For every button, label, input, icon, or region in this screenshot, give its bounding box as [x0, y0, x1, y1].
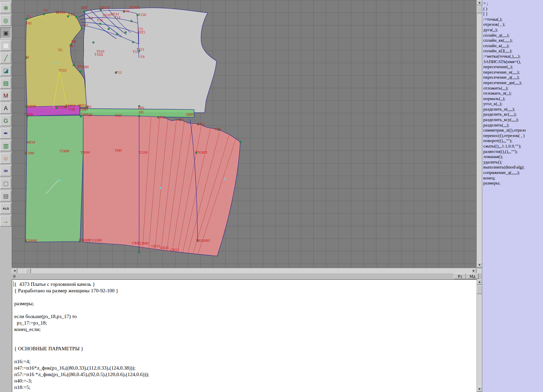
- calc-button[interactable]: ▤: [0, 78, 11, 89]
- layers-button[interactable]: ▤: [0, 191, 11, 201]
- highlight-dot: [55, 62, 57, 64]
- point-marker[interactable]: [138, 252, 140, 253]
- grid-button[interactable]: ▦: [0, 40, 11, 51]
- canvas-vscroll-thumb[interactable]: [477, 6, 482, 13]
- command-item[interactable]: :=метка(точка(,),,,,);: [483, 54, 543, 59]
- threed-icon: 3D: [4, 170, 8, 173]
- alg-button[interactable]: ALG: [0, 203, 11, 214]
- point-marker[interactable]: [240, 141, 241, 143]
- command-item[interactable]: поворот((),,,"");: [483, 138, 543, 143]
- point-marker[interactable]: [83, 11, 85, 13]
- command-item[interactable]: пересечение(,,);: [483, 64, 543, 70]
- drawing-canvas[interactable]: Т1Т01Т3Т1044Т41Ц6ГЦ611ГТ16Т150ДТ150Т4Т13…: [12, 0, 476, 268]
- command-item[interactable]: [ ]: [483, 11, 543, 17]
- command-item[interactable]: пересечение_дн(,,,,);: [483, 80, 543, 85]
- command-item[interactable]: сплайн_к(,,,,);: [483, 43, 543, 48]
- scroll-left-button[interactable]: ◄: [12, 268, 17, 274]
- command-item[interactable]: разделить_кс(,,,,);: [483, 112, 543, 117]
- command-item[interactable]: симметрия_л((),отрезо: [483, 128, 543, 133]
- zoom-window-button[interactable]: ◎: [0, 15, 11, 26]
- command-item[interactable]: отрезок( , );: [483, 22, 543, 27]
- zoom-in-button[interactable]: ⊕: [0, 2, 11, 13]
- command-item[interactable]: развести((),(),,,"");: [483, 149, 543, 154]
- point-marker[interactable]: [116, 33, 118, 35]
- point-marker[interactable]: [138, 115, 140, 117]
- piece-skirt-front[interactable]: [25, 115, 85, 242]
- scroll-down-button[interactable]: ▼: [477, 262, 482, 268]
- editor-line: конец_если;: [14, 326, 476, 333]
- canvas-hscroll-thumb[interactable]: [25, 268, 31, 274]
- point-label: СК3: [177, 117, 184, 121]
- point-marker[interactable]: [131, 20, 132, 22]
- command-item[interactable]: сплайн_к[](,,,,);: [483, 48, 543, 54]
- command-item[interactable]: ЗАПИСАТЬ(имя=(),: [483, 59, 543, 64]
- point-marker[interactable]: [43, 14, 45, 15]
- command-item[interactable]: ломаная();: [483, 154, 543, 159]
- zoom-page-button[interactable]: ▣: [0, 27, 11, 38]
- photo-button[interactable]: ☺: [0, 153, 11, 164]
- command-item[interactable]: = ;: [483, 1, 543, 6]
- command-item[interactable]: конец;: [483, 175, 543, 181]
- command-item[interactable]: дуга(,,);: [483, 27, 543, 33]
- point-marker[interactable]: [99, 23, 101, 25]
- algorithm-code-editor[interactable]: { 4373 Платье с горловиной качель }{ Раз…: [12, 279, 476, 392]
- auto-layout-button[interactable]: A: [0, 103, 11, 114]
- command-item[interactable]: перенос((),отрезок( , ): [483, 133, 543, 138]
- scroll-up-button[interactable]: ▲: [477, 0, 482, 5]
- piece-skirt-flared[interactable]: [83, 115, 240, 256]
- point-marker[interactable]: [132, 41, 134, 43]
- command-item[interactable]: сопряжение_д(,,,,,);: [483, 170, 543, 175]
- point-marker[interactable]: [73, 64, 75, 66]
- piece-bodice-back[interactable]: [83, 8, 217, 113]
- table-button[interactable]: ▥: [0, 140, 11, 151]
- pen-button[interactable]: ✒: [0, 128, 11, 139]
- command-item[interactable]: нормаль(,,);: [483, 96, 543, 101]
- command-item[interactable]: сжать((),,,1.1,0.9,"");: [483, 143, 543, 149]
- editor-vscroll-thumb[interactable]: [477, 285, 482, 294]
- threed-button[interactable]: 3D: [0, 165, 11, 176]
- scroll-up-button[interactable]: ▲: [477, 279, 482, 285]
- pattern-drawing: Т1Т01Т3Т1044Т41Ц6ГЦ611ГТ16Т150ДТ150Т4Т13…: [12, 0, 476, 268]
- command-item[interactable]: разделить_ксу(,,,,);: [483, 117, 543, 122]
- editor-vertical-scrollbar[interactable]: ▲ ▼: [476, 279, 482, 392]
- command-item[interactable]: удалить();: [483, 159, 543, 165]
- rz-button[interactable]: Рз: [454, 273, 466, 279]
- point-marker[interactable]: [125, 32, 127, 33]
- measure-button[interactable]: ╱: [0, 53, 11, 63]
- point-label: Т14: [114, 15, 120, 19]
- page-button[interactable]: ▢: [0, 178, 11, 189]
- canvas-vertical-scrollbar[interactable]: ▲ ▼: [476, 0, 482, 268]
- command-item[interactable]: ( ): [483, 6, 543, 12]
- command-item[interactable]: размеры;: [483, 180, 543, 186]
- point-marker[interactable]: [76, 16, 77, 18]
- command-item[interactable]: отложить(,,,);: [483, 85, 543, 91]
- md-button[interactable]: Мд: [466, 273, 479, 279]
- command-item[interactable]: разделить_н(,,,,);: [483, 106, 543, 112]
- command-item[interactable]: разделить(,,,);: [483, 122, 543, 128]
- grading-button[interactable]: G: [0, 115, 11, 126]
- model-button[interactable]: M: [0, 90, 11, 101]
- scroll-right-button[interactable]: ►: [471, 268, 476, 274]
- piece-bodice-front[interactable]: [26, 12, 87, 109]
- point-marker[interactable]: [80, 71, 81, 73]
- point-marker[interactable]: [93, 42, 94, 43]
- point-label: Т555Н: [56, 105, 67, 109]
- point-marker[interactable]: [108, 28, 110, 30]
- editor-line: [14, 339, 476, 346]
- command-item[interactable]: пересечение_н(,,,,);: [483, 70, 543, 75]
- command-item[interactable]: отложить_в(,,);: [483, 91, 543, 96]
- point-label: СК2: [158, 115, 165, 119]
- command-item[interactable]: пересечение_д(,,,,);: [483, 75, 543, 80]
- command-item[interactable]: сплайн_д(,,,,);: [483, 33, 543, 38]
- command-item[interactable]: выполнить(dmod\alg);: [483, 164, 543, 170]
- canvas-horizontal-scrollbar[interactable]: ◄ ►: [12, 268, 482, 273]
- export-button[interactable]: →: [0, 216, 11, 227]
- point-label: Т9НН: [80, 150, 90, 154]
- command-item[interactable]: угол_к(,,);: [483, 101, 543, 106]
- point-label: Ц6Г: [81, 5, 88, 9]
- command-item[interactable]: :=точка(,);: [483, 17, 543, 22]
- sheet-button[interactable]: ◪: [0, 65, 11, 76]
- command-item[interactable]: сплайн_кк(,,,,,);: [483, 38, 543, 43]
- scroll-down-button[interactable]: ▼: [477, 387, 482, 392]
- point-marker[interactable]: [81, 28, 83, 30]
